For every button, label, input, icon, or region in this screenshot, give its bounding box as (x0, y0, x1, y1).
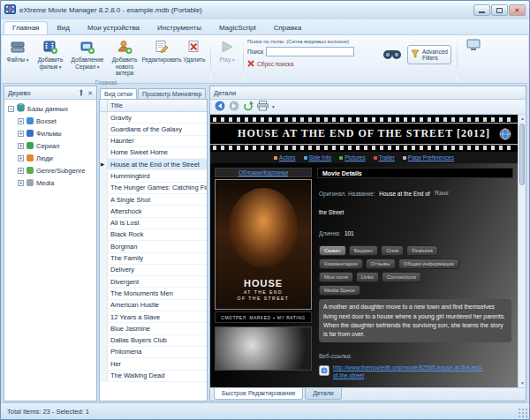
extra-photo[interactable] (215, 326, 312, 371)
ribbon-tab[interactable]: Справка (265, 21, 310, 34)
minimize-button[interactable] (473, 4, 490, 16)
tree-item[interactable]: Genre/Subgenre (4, 164, 96, 176)
tree-item[interactable]: Фильмы (4, 127, 96, 139)
table-row[interactable]: Her (100, 358, 207, 370)
expand-icon[interactable] (18, 131, 24, 137)
refresh-button[interactable] (243, 99, 254, 115)
scroll-up-icon[interactable]: ▲ (519, 115, 526, 123)
expand-icon[interactable] (18, 155, 24, 161)
scrollbar-thumb[interactable] (519, 124, 525, 185)
tree-item[interactable]: Сериал (4, 139, 96, 152)
page-nav-link[interactable]: Side Info (304, 154, 332, 161)
table-row[interactable]: Borgman (100, 241, 207, 252)
delete-button[interactable]: Удалить (180, 36, 208, 78)
table-row[interactable]: American Hustle (100, 300, 207, 311)
expand-icon[interactable] (18, 180, 24, 186)
page-nav-link[interactable]: Page Preferences (403, 154, 454, 161)
detail-tab[interactable]: Мои поля (319, 272, 353, 282)
collapse-icon[interactable] (8, 106, 14, 112)
detail-tab[interactable]: Общая информация (398, 259, 459, 269)
toolbar-dropdown-icon[interactable]: ▾ (272, 104, 275, 109)
table-row[interactable]: Guardians of the Galaxy (100, 124, 207, 135)
detail-tab[interactable]: Connections (382, 272, 421, 282)
back-button[interactable] (215, 99, 225, 115)
edit-button[interactable]: Редактировать (143, 36, 180, 78)
reset-search-button[interactable]: Сброс поиска (247, 60, 376, 68)
poster-artwork (229, 188, 298, 268)
table-row[interactable]: House at the End of the Street (100, 159, 207, 170)
nav-link-icon (304, 156, 307, 160)
details-bottom-tab[interactable]: Детали (305, 388, 341, 400)
detail-tab[interactable]: Crew (381, 245, 404, 256)
table-row[interactable]: The Walking Dead (100, 371, 207, 382)
covers-header[interactable]: Обложки/Картинки (215, 168, 312, 177)
tree-item[interactable]: Люди (4, 152, 96, 164)
table-row[interactable]: Delivery (100, 265, 207, 276)
export-button[interactable] (459, 36, 488, 72)
table-row[interactable]: The Hunger Games: Catching Fire (100, 183, 207, 194)
add-movie-button[interactable]: Добавить фильм (32, 36, 69, 78)
ribbon-tab[interactable]: Мои устройства (79, 21, 148, 34)
detail-tab[interactable]: Links (356, 272, 379, 282)
maximize-button[interactable] (491, 4, 508, 16)
table-row[interactable]: Hummingbird (100, 170, 207, 182)
close-panel-button[interactable]: ✕ (87, 90, 93, 96)
table-row[interactable]: Divergent (100, 276, 207, 288)
detail-tab[interactable]: Комментарии (319, 259, 363, 269)
table-row[interactable]: Aftershock (100, 206, 207, 217)
table-row[interactable]: The Family (100, 253, 207, 265)
expand-icon[interactable] (18, 168, 24, 174)
view-tab[interactable]: Просмотр Миниатюр (138, 88, 207, 99)
resize-grip[interactable] (518, 408, 527, 417)
play-button[interactable]: Play (213, 36, 241, 72)
expand-icon[interactable] (18, 143, 24, 149)
movie-poster[interactable]: HOUSEAT THE ENDOF THE STREET (215, 179, 312, 310)
detail-tab[interactable]: Media Specs (319, 285, 360, 296)
tree-item-icon (26, 142, 34, 149)
details-scrollbar[interactable]: ▲ ▼ (518, 115, 526, 387)
detail-tab[interactable]: Сюжет (319, 245, 346, 256)
grid-column-title[interactable]: Title (108, 100, 207, 111)
ribbon-tab[interactable]: MagicScript (210, 21, 265, 34)
minimize-icon (479, 11, 485, 13)
tree-item[interactable]: Boxset (4, 115, 96, 127)
print-button[interactable] (257, 99, 269, 115)
view-tab[interactable]: Вид сетки (100, 88, 137, 99)
tree-root[interactable]: Базы данных (4, 102, 96, 115)
details-bottom-tab[interactable]: Быстрое Редактирование (214, 388, 303, 400)
ribbon-tab[interactable]: Инструменты (148, 21, 210, 34)
table-row[interactable]: Home Sweet Home (100, 147, 207, 159)
row-title: Her (108, 358, 207, 369)
table-row[interactable]: All Is Lost (100, 218, 207, 229)
page-nav-link[interactable]: Pictures (339, 154, 365, 161)
table-row[interactable]: Dallas Buyers Club (100, 335, 207, 347)
table-row[interactable]: A Single Shot (100, 194, 207, 206)
detail-tab[interactable]: Features (406, 245, 438, 256)
add-series-button[interactable]: Добавление Сериал (69, 36, 106, 78)
detail-tab[interactable]: Отзывы (366, 259, 396, 269)
page-nav-link[interactable]: Trailer (374, 154, 395, 161)
close-button[interactable]: ✕ (509, 4, 526, 16)
forward-button[interactable] (229, 99, 239, 115)
table-row[interactable]: 12 Years a Slave (100, 311, 207, 323)
advanced-filters-button[interactable]: Advanced Filters (407, 45, 451, 64)
scroll-down-icon[interactable]: ▼ (519, 379, 526, 387)
search-input[interactable] (266, 47, 354, 56)
expand-icon[interactable] (18, 118, 24, 124)
table-row[interactable]: Blue Jasmine (100, 323, 207, 334)
pin-button[interactable] (78, 89, 85, 97)
globe-icon (499, 128, 511, 144)
table-row[interactable]: Philomena (100, 347, 207, 358)
ribbon-tab[interactable]: Вид (48, 21, 78, 34)
table-row[interactable]: Black Rock (100, 229, 207, 241)
files-button[interactable]: Файлы (4, 36, 32, 78)
tree-item[interactable]: Media (4, 176, 96, 189)
ribbon-tab[interactable]: Главная (4, 21, 48, 34)
table-row[interactable]: Haunter (100, 136, 207, 147)
table-row[interactable]: The Monuments Men (100, 288, 207, 299)
add-actor-button[interactable]: Добавить нового актера (106, 36, 143, 78)
table-row[interactable]: Gravity (100, 112, 207, 124)
page-nav-link[interactable]: Actors (274, 154, 295, 161)
detail-tab[interactable]: Бюджет (349, 245, 379, 256)
weblink-url[interactable]: http://www.themoviedb.org/movie/82585-ho… (333, 364, 483, 379)
